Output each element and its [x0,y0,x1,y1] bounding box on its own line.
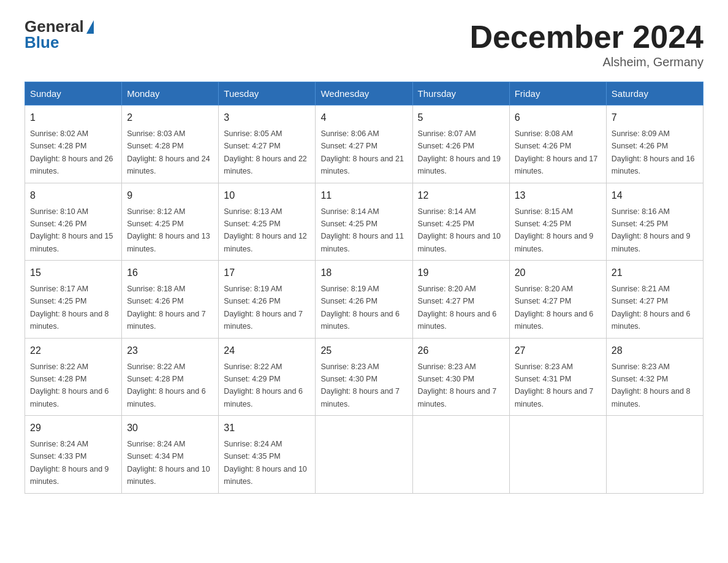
day-number: 21 [612,266,698,280]
day-number: 28 [612,343,698,358]
calendar-location: Alsheim, Germany [469,55,703,69]
table-row [606,416,703,494]
table-row: 3 Sunrise: 8:05 AMSunset: 4:27 PMDayligh… [219,105,316,183]
table-row: 22 Sunrise: 8:22 AMSunset: 4:28 PMDaylig… [25,338,122,416]
day-number: 15 [30,266,116,280]
day-info: Sunrise: 8:08 AMSunset: 4:26 PMDaylight:… [515,129,598,175]
table-row: 13 Sunrise: 8:15 AMSunset: 4:25 PMDaylig… [509,183,606,261]
table-row: 9 Sunrise: 8:12 AMSunset: 4:25 PMDayligh… [122,183,219,261]
day-number: 20 [515,266,601,280]
day-number: 17 [224,266,310,280]
day-number: 26 [418,343,504,358]
day-number: 19 [418,266,504,280]
day-info: Sunrise: 8:23 AMSunset: 4:30 PMDaylight:… [418,362,497,408]
day-number: 6 [515,110,601,125]
table-row: 5 Sunrise: 8:07 AMSunset: 4:26 PMDayligh… [412,105,509,183]
day-info: Sunrise: 8:17 AMSunset: 4:25 PMDaylight:… [30,285,109,331]
title-section: December 2024 Alsheim, Germany [469,18,703,69]
day-info: Sunrise: 8:06 AMSunset: 4:27 PMDaylight:… [320,129,404,175]
day-number: 4 [320,110,407,125]
header-thursday: Thursday [412,82,509,105]
day-number: 7 [612,110,698,125]
day-info: Sunrise: 8:12 AMSunset: 4:25 PMDaylight:… [127,207,210,253]
day-number: 16 [127,266,213,280]
day-info: Sunrise: 8:14 AMSunset: 4:25 PMDaylight:… [418,207,501,253]
calendar-title: December 2024 [469,18,703,55]
header-monday: Monday [122,82,219,105]
day-number: 24 [224,343,310,358]
calendar-table: Sunday Monday Tuesday Wednesday Thursday… [25,82,703,494]
table-row: 21 Sunrise: 8:21 AMSunset: 4:27 PMDaylig… [606,261,703,339]
table-row: 7 Sunrise: 8:09 AMSunset: 4:26 PMDayligh… [606,105,703,183]
table-row: 6 Sunrise: 8:08 AMSunset: 4:26 PMDayligh… [509,105,606,183]
calendar-week-row: 29 Sunrise: 8:24 AMSunset: 4:33 PMDaylig… [25,416,703,494]
table-row: 17 Sunrise: 8:19 AMSunset: 4:26 PMDaylig… [219,261,316,339]
day-number: 10 [224,188,310,203]
day-info: Sunrise: 8:20 AMSunset: 4:27 PMDaylight:… [418,285,497,331]
table-row: 14 Sunrise: 8:16 AMSunset: 4:25 PMDaylig… [606,183,703,261]
day-info: Sunrise: 8:13 AMSunset: 4:25 PMDaylight:… [224,207,307,253]
day-number: 25 [320,343,407,358]
table-row: 1 Sunrise: 8:02 AMSunset: 4:28 PMDayligh… [25,105,122,183]
day-info: Sunrise: 8:22 AMSunset: 4:28 PMDaylight:… [30,362,109,408]
day-number: 22 [30,343,116,358]
day-info: Sunrise: 8:03 AMSunset: 4:28 PMDaylight:… [127,129,210,175]
day-number: 9 [127,188,213,203]
table-row: 8 Sunrise: 8:10 AMSunset: 4:26 PMDayligh… [25,183,122,261]
logo-blue-text: Blue [25,34,59,50]
day-number: 23 [127,343,213,358]
table-row: 18 Sunrise: 8:19 AMSunset: 4:26 PMDaylig… [316,261,412,339]
table-row [509,416,606,494]
day-number: 18 [320,266,407,280]
day-info: Sunrise: 8:23 AMSunset: 4:30 PMDaylight:… [320,362,400,408]
day-info: Sunrise: 8:19 AMSunset: 4:26 PMDaylight:… [320,285,400,331]
day-info: Sunrise: 8:24 AMSunset: 4:34 PMDaylight:… [127,440,210,486]
calendar-week-row: 15 Sunrise: 8:17 AMSunset: 4:25 PMDaylig… [25,261,703,339]
day-info: Sunrise: 8:05 AMSunset: 4:27 PMDaylight:… [224,129,307,175]
day-info: Sunrise: 8:16 AMSunset: 4:25 PMDaylight:… [612,207,691,253]
day-number: 14 [612,188,698,203]
table-row: 4 Sunrise: 8:06 AMSunset: 4:27 PMDayligh… [316,105,412,183]
day-number: 31 [224,421,310,435]
header-wednesday: Wednesday [316,82,412,105]
day-number: 5 [418,110,504,125]
table-row [316,416,412,494]
day-number: 27 [515,343,601,358]
table-row [412,416,509,494]
table-row: 20 Sunrise: 8:20 AMSunset: 4:27 PMDaylig… [509,261,606,339]
day-info: Sunrise: 8:24 AMSunset: 4:33 PMDaylight:… [30,440,109,486]
table-row: 27 Sunrise: 8:23 AMSunset: 4:31 PMDaylig… [509,338,606,416]
logo-general-text: General [25,18,84,34]
day-info: Sunrise: 8:10 AMSunset: 4:26 PMDaylight:… [30,207,113,253]
table-row: 10 Sunrise: 8:13 AMSunset: 4:25 PMDaylig… [219,183,316,261]
header-tuesday: Tuesday [219,82,316,105]
table-row: 26 Sunrise: 8:23 AMSunset: 4:30 PMDaylig… [412,338,509,416]
header-sunday: Sunday [25,82,122,105]
calendar-week-row: 1 Sunrise: 8:02 AMSunset: 4:28 PMDayligh… [25,105,703,183]
table-row: 24 Sunrise: 8:22 AMSunset: 4:29 PMDaylig… [219,338,316,416]
day-info: Sunrise: 8:07 AMSunset: 4:26 PMDaylight:… [418,129,501,175]
table-row: 19 Sunrise: 8:20 AMSunset: 4:27 PMDaylig… [412,261,509,339]
header-saturday: Saturday [606,82,703,105]
logo-triangle-icon [86,20,94,34]
day-info: Sunrise: 8:18 AMSunset: 4:26 PMDaylight:… [127,285,206,331]
day-number: 1 [30,110,116,125]
day-info: Sunrise: 8:15 AMSunset: 4:25 PMDaylight:… [515,207,594,253]
day-info: Sunrise: 8:23 AMSunset: 4:31 PMDaylight:… [515,362,594,408]
table-row: 29 Sunrise: 8:24 AMSunset: 4:33 PMDaylig… [25,416,122,494]
day-info: Sunrise: 8:20 AMSunset: 4:27 PMDaylight:… [515,285,594,331]
day-info: Sunrise: 8:21 AMSunset: 4:27 PMDaylight:… [612,285,691,331]
header-friday: Friday [509,82,606,105]
day-info: Sunrise: 8:24 AMSunset: 4:35 PMDaylight:… [224,440,307,486]
day-info: Sunrise: 8:09 AMSunset: 4:26 PMDaylight:… [612,129,695,175]
day-number: 29 [30,421,116,435]
day-info: Sunrise: 8:19 AMSunset: 4:26 PMDaylight:… [224,285,303,331]
day-number: 13 [515,188,601,203]
day-number: 2 [127,110,213,125]
table-row: 31 Sunrise: 8:24 AMSunset: 4:35 PMDaylig… [219,416,316,494]
table-row: 16 Sunrise: 8:18 AMSunset: 4:26 PMDaylig… [122,261,219,339]
table-row: 11 Sunrise: 8:14 AMSunset: 4:25 PMDaylig… [316,183,412,261]
calendar-week-row: 8 Sunrise: 8:10 AMSunset: 4:26 PMDayligh… [25,183,703,261]
day-number: 8 [30,188,116,203]
day-number: 12 [418,188,504,203]
